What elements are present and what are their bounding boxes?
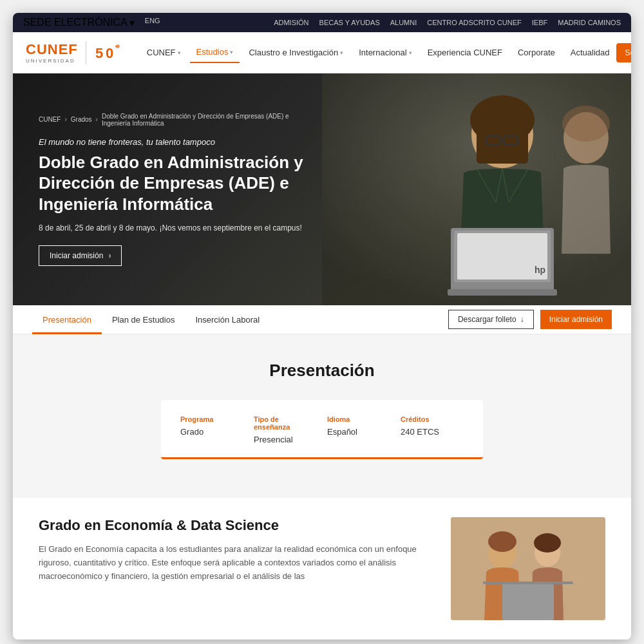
top-bar-right: ADMISIÓN BECAS Y AYUDAS ALUMNI CENTRO AD… — [274, 19, 621, 26]
iniciar-admision-hero-button[interactable]: Iniciar admisión › — [39, 245, 122, 266]
sub-nav-links: Presentación Plan de Estudios Inserción … — [32, 306, 448, 333]
hero-subtitle: El mundo no tiene fronteras, tu talento … — [39, 137, 327, 147]
bottom-text: Grado en Economía & Data Science El Grad… — [39, 517, 431, 620]
breadcrumb-cunef[interactable]: CUNEF — [39, 116, 61, 123]
descargar-label: Descargar folleto — [458, 315, 516, 324]
main-nav: CUNEF UNIVERSIDAD 5 0 CUNEF ▾ Estudios ▾ — [13, 32, 631, 73]
info-creditos: Créditos 240 ETCS — [401, 415, 464, 444]
svg-rect-21 — [483, 582, 573, 584]
descargar-folleto-button[interactable]: Descargar folleto ↓ — [448, 310, 534, 329]
top-bar-left: SEDE ELECTRÓNICA ▾ ENG — [23, 17, 160, 29]
hero-btn-arrow-icon: › — [108, 251, 111, 260]
sub-nav: Presentación Plan de Estudios Inserción … — [13, 305, 631, 335]
svg-rect-5 — [477, 131, 528, 164]
nav-actualidad[interactable]: Actualidad — [564, 43, 616, 62]
tab-plan-estudios[interactable]: Plan de Estudios — [102, 307, 185, 334]
madrid-caminos-link[interactable]: MADRID CAMINOS — [558, 19, 621, 26]
svg-text:5: 5 — [95, 45, 103, 61]
centro-link[interactable]: CENTRO ADSCRITO CUNEF — [427, 19, 521, 26]
cunef-chevron-icon: ▾ — [178, 50, 181, 56]
hero-title: Doble Grado en Administración y Direcció… — [39, 152, 327, 215]
claustro-chevron-icon: ▾ — [340, 50, 343, 56]
section-title: Presentación — [26, 361, 618, 381]
creditos-value: 240 ETCS — [401, 427, 464, 437]
info-card: Programa Grado Tipo de enseñanza Presenc… — [161, 400, 483, 459]
logo-divider — [86, 41, 86, 64]
tipo-label: Tipo de enseñanza — [254, 415, 317, 431]
hero-image: hp — [322, 73, 631, 305]
admision-link[interactable]: ADMISIÓN — [274, 19, 308, 26]
sede-chevron: ▾ — [129, 17, 135, 29]
info-card-grid: Programa Grado Tipo de enseñanza Presenc… — [180, 415, 464, 457]
svg-text:0: 0 — [106, 45, 113, 61]
tab-insercion-laboral[interactable]: Inserción Laboral — [185, 307, 270, 334]
logo-universidad-text: UNIVERSIDAD — [26, 58, 78, 64]
hero-date: 8 de abril, 25 de abril y 8 de mayo. ¡No… — [39, 223, 327, 232]
programa-value: Grado — [180, 427, 243, 437]
nav-cunef[interactable]: CUNEF ▾ — [140, 43, 187, 62]
logo-area: CUNEF UNIVERSIDAD 5 0 — [26, 41, 120, 64]
nav-links: CUNEF ▾ Estudios ▾ Claustro e Investigac… — [140, 42, 616, 63]
nav-corporate[interactable]: Corporate — [511, 43, 562, 62]
info-tipo-ensenanza: Tipo de enseñanza Presencial — [254, 415, 317, 444]
bottom-section-body: El Grado en Economía capacita a los estu… — [39, 543, 431, 583]
cunef-logo: CUNEF UNIVERSIDAD — [26, 41, 78, 64]
internacional-chevron-icon: ▾ — [409, 50, 412, 56]
tab-presentacion[interactable]: Presentación — [32, 307, 102, 334]
top-bar: SEDE ELECTRÓNICA ▾ ENG ADMISIÓN BECAS Y … — [13, 13, 631, 32]
hero-content: CUNEF › Grados › Doble Grado en Administ… — [13, 73, 353, 305]
tipo-value: Presencial — [254, 435, 317, 444]
idioma-label: Idioma — [327, 415, 390, 423]
svg-point-18 — [488, 531, 516, 552]
svg-point-20 — [534, 533, 561, 553]
logo-50-anniversary: 5 0 — [94, 41, 120, 64]
svg-rect-11 — [457, 233, 547, 279]
nav-internacional[interactable]: Internacional ▾ — [352, 43, 418, 62]
iniciar-admision-subnav-button[interactable]: Iniciar admisión — [540, 310, 612, 329]
iebf-link[interactable]: IEBF — [532, 19, 547, 26]
bottom-section-image — [451, 517, 605, 620]
svg-rect-12 — [448, 289, 557, 296]
svg-text:hp: hp — [535, 265, 545, 275]
content-area: Presentación Programa Grado Tipo de ense… — [13, 335, 631, 498]
breadcrumb-grados[interactable]: Grados — [71, 116, 92, 123]
nav-claustro[interactable]: Claustro e Investigación ▾ — [242, 43, 350, 62]
svg-rect-22 — [502, 584, 554, 620]
logo-cunef-text: CUNEF — [26, 41, 78, 58]
breadcrumb-current: Doble Grado en Administración y Direcció… — [102, 113, 295, 127]
info-programa: Programa Grado — [180, 415, 243, 444]
sede-electronica-link[interactable]: SEDE ELECTRÓNICA ▾ — [23, 17, 135, 29]
becas-link[interactable]: BECAS Y AYUDAS — [319, 19, 380, 26]
alumni-link[interactable]: ALUMNI — [390, 19, 417, 26]
idioma-value: Español — [327, 427, 390, 437]
breadcrumb: CUNEF › Grados › Doble Grado en Administ… — [39, 113, 327, 127]
sub-nav-actions: Descargar folleto ↓ Iniciar admisión — [448, 310, 612, 329]
nav-experiencia[interactable]: Experiencia CUNEF — [421, 43, 509, 62]
bottom-section-title: Grado en Economía & Data Science — [39, 517, 431, 534]
nav-corporate-label: Corporate — [518, 48, 555, 57]
svg-point-15 — [562, 106, 610, 142]
estudios-chevron-icon: ▾ — [230, 49, 233, 55]
download-icon: ↓ — [520, 315, 524, 324]
sede-label: SEDE ELECTRÓNICA — [23, 17, 128, 28]
bottom-section: Grado en Economía & Data Science El Grad… — [13, 498, 631, 639]
info-idioma: Idioma Español — [327, 415, 390, 444]
lang-link[interactable]: ENG — [145, 17, 160, 29]
nav-estudios[interactable]: Estudios ▾ — [190, 42, 240, 63]
creditos-label: Créditos — [401, 415, 464, 423]
solicitar-info-button[interactable]: Solicitar información — [616, 43, 632, 62]
hero-btn-label: Iniciar admisión — [50, 251, 103, 260]
programa-label: Programa — [180, 415, 243, 423]
hero-section: hp CUNEF › Grados › Doble Grado en Admin… — [13, 73, 631, 305]
